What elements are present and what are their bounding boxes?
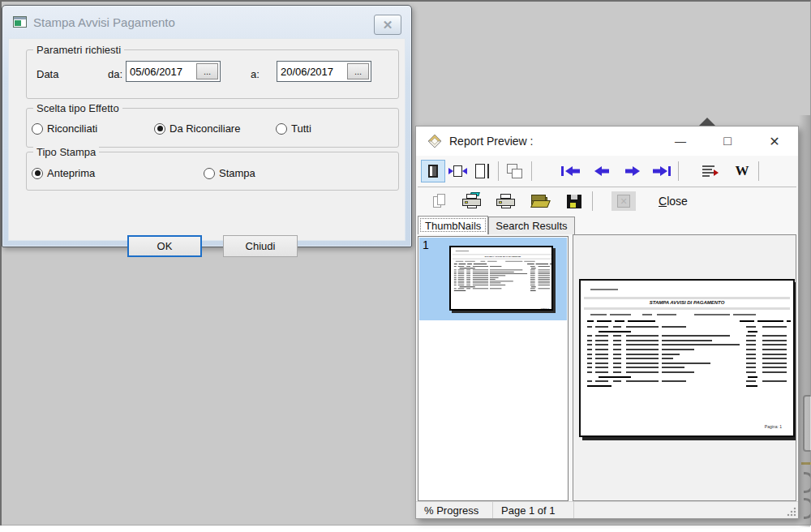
background-window-fragment xyxy=(801,350,811,525)
next-page-button[interactable] xyxy=(620,160,645,182)
radio-tutti[interactable]: Tutti xyxy=(276,122,311,135)
window-title: Report Preview : xyxy=(449,135,533,148)
multi-page-icon xyxy=(507,164,523,178)
folder-open-icon xyxy=(531,195,549,208)
save-icon xyxy=(567,195,581,208)
watermark-button[interactable]: W xyxy=(730,160,754,182)
date-from-browse-button[interactable]: ... xyxy=(196,63,218,79)
printer-setup-button[interactable] xyxy=(458,190,486,212)
dialog-body: Parametri richiesti Data da: ... a: ... … xyxy=(8,38,406,241)
next-page-icon xyxy=(623,165,642,178)
thumbnails-panel[interactable]: 1 STAMPA AVVISI DI PAGAMENTOPagina: 1 xyxy=(418,236,569,501)
dialog-title: Stampa Avvisi Pagamento xyxy=(33,15,175,29)
report-titlebar: Report Preview : — □ ✕ xyxy=(416,127,798,156)
group-label: Parametri richiesti xyxy=(33,44,124,56)
radio-label: Da Riconciliare xyxy=(169,122,240,135)
actual-size-icon xyxy=(475,164,485,178)
status-bar: % Progress Page 1 of 1 xyxy=(416,501,798,518)
radio-stampa[interactable]: Stampa xyxy=(204,167,255,179)
close-icon: ✕ xyxy=(383,18,393,32)
stampa-avvisi-dialog: Stampa Avvisi Pagamento ✕ Parametri rich… xyxy=(2,5,412,247)
last-page-icon xyxy=(651,165,672,178)
minimize-button[interactable]: — xyxy=(657,127,704,156)
file-toolbar: ✕ Close xyxy=(416,187,798,215)
resize-grip[interactable] xyxy=(787,507,796,517)
printer-icon xyxy=(496,194,516,209)
pages-icon xyxy=(433,194,446,208)
status-empty xyxy=(574,502,798,518)
preview-main-area: 1 STAMPA AVVISI DI PAGAMENTOPagina: 1 ST… xyxy=(416,234,798,501)
print-button[interactable] xyxy=(492,190,520,212)
date-to-browse-button[interactable]: ... xyxy=(347,63,369,79)
radio-riconciliati[interactable]: Riconciliati xyxy=(32,122,97,135)
group-tipo-stampa: Tipo Stampa Anteprima Stampa xyxy=(26,152,399,191)
radio-circle xyxy=(32,168,43,179)
report-preview-window: Report Preview : — □ ✕ xyxy=(415,126,799,519)
date-to-field: ... xyxy=(277,61,371,82)
group-label: Tipo Stampa xyxy=(33,146,99,158)
previous-page-icon xyxy=(592,165,611,178)
export-page-button[interactable] xyxy=(426,190,453,212)
form-icon xyxy=(13,16,27,28)
goto-page-button[interactable] xyxy=(697,160,722,182)
fit-width-button[interactable] xyxy=(445,160,470,182)
date-to-input[interactable] xyxy=(277,62,344,81)
goto-page-icon xyxy=(702,165,717,178)
dialog-close-button[interactable]: ✕ xyxy=(374,15,401,35)
status-progress: % Progress xyxy=(416,502,493,518)
tab-bar: ThumbNails Search Results xyxy=(416,215,798,234)
thumbnail-page-number: 1 xyxy=(423,238,429,251)
preview-panel[interactable]: STAMPA AVVISI DI PAGAMENTOPagina: 1 xyxy=(573,234,796,501)
save-report-button[interactable] xyxy=(560,190,588,212)
minimize-icon: — xyxy=(675,135,686,148)
thumbnail-item-selected[interactable]: 1 STAMPA AVVISI DI PAGAMENTOPagina: 1 xyxy=(419,238,567,320)
tab-thumbnails[interactable]: ThumbNails xyxy=(418,216,488,234)
actual-size-button[interactable] xyxy=(470,160,494,182)
status-page: Page 1 of 1 xyxy=(493,502,574,518)
group-parametri-richiesti: Parametri richiesti Data da: ... a: ... xyxy=(26,49,399,99)
radio-circle xyxy=(276,123,287,135)
fit-page-button[interactable] xyxy=(421,160,445,182)
radio-label: Anteprima xyxy=(47,167,95,179)
close-button[interactable]: ✕ xyxy=(751,127,798,156)
data-label: Data xyxy=(36,68,58,80)
group-scelta-tipo-effetto: Scelta tipo Effetto Riconciliati Da Rico… xyxy=(26,108,399,148)
date-from-input[interactable] xyxy=(127,62,193,81)
close-report-button[interactable]: Close xyxy=(659,195,688,208)
date-from-field: ... xyxy=(126,61,221,82)
multi-page-button[interactable] xyxy=(503,160,527,182)
disabled-tool-button: ✕ xyxy=(611,191,636,211)
close-icon: ✕ xyxy=(769,134,779,149)
tab-search-results[interactable]: Search Results xyxy=(488,217,574,234)
maximize-button[interactable]: □ xyxy=(704,127,751,156)
group-label: Scelta tipo Effetto xyxy=(33,102,122,114)
first-page-icon xyxy=(560,165,581,178)
thumbnail-page[interactable]: STAMPA AVVISI DI PAGAMENTOPagina: 1 xyxy=(449,246,553,311)
dialog-titlebar: Stampa Avvisi Pagamento xyxy=(2,6,411,38)
open-report-button[interactable] xyxy=(526,190,554,212)
radio-da-riconciliare[interactable]: Da Riconciliare xyxy=(154,122,240,135)
a-label: a: xyxy=(251,68,260,80)
disabled-icon: ✕ xyxy=(617,195,630,208)
chiudi-button[interactable]: Chiudi xyxy=(223,235,298,257)
radio-circle xyxy=(204,168,215,179)
view-toolbar: W xyxy=(416,156,798,187)
ok-button[interactable]: OK xyxy=(127,235,202,257)
radio-label: Riconciliati xyxy=(47,122,97,135)
radio-anteprima[interactable]: Anteprima xyxy=(32,167,95,179)
da-label: da: xyxy=(108,68,122,80)
radio-label: Stampa xyxy=(219,167,255,179)
last-page-button[interactable] xyxy=(650,160,674,182)
diamond-icon xyxy=(427,134,442,148)
fit-page-icon xyxy=(428,165,438,178)
previous-page-button[interactable] xyxy=(590,160,614,182)
radio-circle xyxy=(154,123,165,135)
radio-label: Tutti xyxy=(291,122,311,135)
printer-setup-icon xyxy=(462,194,482,209)
radio-circle xyxy=(32,123,43,135)
report-page: STAMPA AVVISI DI PAGAMENTOPagina: 1 xyxy=(579,279,795,437)
first-page-button[interactable] xyxy=(559,160,583,182)
maximize-icon: □ xyxy=(723,134,732,148)
watermark-icon: W xyxy=(736,163,749,179)
